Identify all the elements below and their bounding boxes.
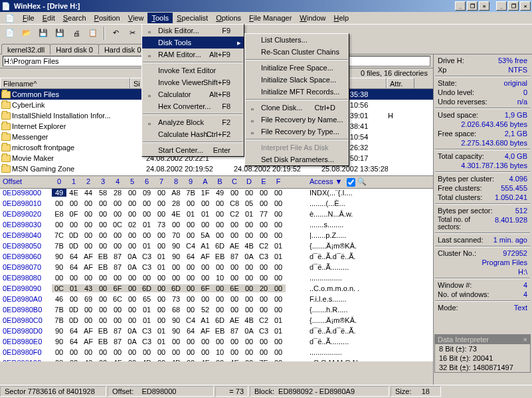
hex-byte[interactable]: 00 — [96, 221, 110, 229]
hex-byte[interactable]: AF — [198, 327, 213, 335]
hex-byte[interactable]: 00 — [110, 316, 125, 324]
tab-1[interactable]: Hard disk 0 — [50, 44, 99, 55]
hex-byte[interactable]: C4 — [183, 316, 198, 324]
mdi-minimize-button[interactable]: _ — [455, 1, 466, 11]
control-icon[interactable]: 📄 — [5, 14, 15, 23]
hex-byte[interactable]: 00 — [110, 210, 125, 218]
hex-byte[interactable]: 00 — [183, 359, 198, 361]
di-close-icon[interactable]: × — [523, 336, 527, 344]
mdi-close-button[interactable]: × — [479, 1, 489, 11]
hex-byte[interactable]: EB — [96, 252, 110, 260]
menu-item[interactable]: ▫ Disk Editor... F9 — [142, 25, 244, 37]
hex-byte[interactable]: EB — [96, 327, 110, 335]
hex-byte[interactable]: A1 — [198, 242, 213, 250]
hex-byte[interactable]: 0F — [66, 210, 81, 218]
hex-byte[interactable]: EB — [96, 263, 110, 271]
undo-button[interactable]: ↶ — [108, 26, 123, 41]
hex-byte[interactable]: 6C — [110, 295, 125, 303]
hex-byte[interactable]: 01 — [271, 242, 286, 250]
hex-byte[interactable]: 00 — [154, 348, 169, 356]
hex-byte[interactable]: 00 — [198, 199, 213, 207]
hex-byte[interactable]: 00 — [125, 199, 139, 207]
hex-byte[interactable]: 00 — [271, 295, 286, 303]
hex-byte[interactable]: 01 — [66, 284, 81, 292]
hex-byte[interactable]: 68 — [169, 306, 183, 314]
hex-byte[interactable]: 00 — [169, 348, 183, 356]
cut-button[interactable]: ✂ — [125, 26, 139, 41]
menu-item[interactable]: Invoke Viewer Shift+F9 — [142, 76, 244, 88]
hex-byte[interactable]: 00 — [256, 348, 271, 356]
hex-byte[interactable]: 00 — [52, 221, 66, 229]
hex-byte[interactable]: 00 — [96, 210, 110, 218]
menu-item[interactable]: Initialize Free Space... — [245, 62, 349, 74]
hex-byte[interactable]: C3 — [256, 327, 271, 335]
hex-byte[interactable]: EB — [213, 252, 227, 260]
hex-byte[interactable]: 00 — [198, 338, 213, 346]
hex-byte[interactable]: 00 — [96, 199, 110, 207]
hex-byte[interactable]: AE — [227, 316, 242, 324]
tab-0[interactable]: kernel32.dll — [1, 44, 50, 55]
hex-byte[interactable]: 00 — [227, 263, 242, 271]
hex-byte[interactable]: 87 — [227, 327, 242, 335]
hex-byte[interactable]: 90 — [52, 338, 66, 346]
menu-tools[interactable]: Tools — [147, 13, 173, 23]
hex-byte[interactable]: 87 — [110, 338, 125, 346]
hex-byte[interactable]: 01 — [154, 338, 169, 346]
hex-byte[interactable]: 0D — [66, 242, 81, 250]
hex-byte[interactable]: 00 — [96, 274, 110, 282]
hex-byte[interactable]: 01 — [271, 316, 286, 324]
hex-row[interactable]: 0ED898050 7B0D00000000010090C4A16DAE4BC2… — [0, 242, 433, 252]
menu-item[interactable]: Initialize MFT Records... — [245, 86, 349, 98]
hex-view[interactable]: 0ED898000 494E445828000900A87B1F49000000… — [0, 189, 433, 361]
hex-byte[interactable]: 65 — [139, 295, 154, 303]
hex-byte[interactable]: 00 — [227, 338, 242, 346]
menu-file-manager[interactable]: File Manager — [245, 13, 296, 23]
hex-byte[interactable]: AF — [81, 263, 96, 271]
hex-byte[interactable]: AF — [81, 252, 96, 260]
hex-byte[interactable]: C8 — [227, 199, 242, 207]
hex-byte[interactable]: 10 — [213, 348, 227, 356]
hex-byte[interactable]: 00 — [213, 221, 227, 229]
print-button[interactable]: 🖨 — [69, 26, 84, 41]
hex-byte[interactable]: 00 — [183, 306, 198, 314]
hex-byte[interactable]: 00 — [52, 348, 66, 356]
hex-byte[interactable]: 00 — [169, 263, 183, 271]
hex-byte[interactable]: 09 — [139, 189, 154, 197]
hex-byte[interactable]: E8 — [52, 210, 66, 218]
close-button[interactable]: × — [520, 1, 531, 11]
hex-byte[interactable]: 28 — [169, 199, 183, 207]
menu-file[interactable]: File — [19, 13, 39, 23]
hex-byte[interactable]: AF — [198, 252, 213, 260]
hex-byte[interactable]: 00 — [227, 274, 242, 282]
hex-byte[interactable]: 00 — [271, 199, 286, 207]
hex-byte[interactable]: 00 — [213, 199, 227, 207]
hex-byte[interactable]: 28 — [110, 189, 125, 197]
hex-byte[interactable]: 00 — [154, 231, 169, 239]
hex-byte[interactable]: 00 — [96, 231, 110, 239]
hex-byte[interactable]: 00 — [96, 242, 110, 250]
hex-byte[interactable]: C2 — [256, 316, 271, 324]
saveas-button[interactable]: 💾 — [52, 26, 67, 41]
hex-byte[interactable]: 00 — [125, 316, 139, 324]
hex-byte[interactable]: 00 — [227, 348, 242, 356]
hex-byte[interactable]: 00 — [81, 242, 96, 250]
hex-byte[interactable]: 90 — [52, 327, 66, 335]
hex-byte[interactable]: 6F — [198, 284, 213, 292]
hex-byte[interactable]: 00 — [183, 338, 198, 346]
hex-byte[interactable]: 90 — [52, 263, 66, 271]
hex-byte[interactable]: 90 — [52, 252, 66, 260]
hex-row[interactable]: 0ED8980B0 7B0D00000000010068005200000000… — [0, 306, 433, 316]
hex-byte[interactable]: 00 — [198, 263, 213, 271]
hex-byte[interactable]: 00 — [81, 221, 96, 229]
hex-byte[interactable]: 00 — [169, 274, 183, 282]
hex-byte[interactable]: 00 — [271, 284, 286, 292]
hex-byte[interactable]: 00 — [227, 189, 242, 197]
hex-byte[interactable]: 00 — [169, 338, 183, 346]
col-filename[interactable]: Filename^ — [0, 78, 130, 88]
hex-byte[interactable]: 00 — [81, 210, 96, 218]
hex-byte[interactable]: 00 — [242, 221, 256, 229]
hex-byte[interactable]: 00 — [213, 231, 227, 239]
hex-row[interactable]: 0ED898020 E80F0000000000004E010100C20177… — [0, 210, 433, 221]
hex-byte[interactable]: 01 — [198, 210, 213, 218]
hex-byte[interactable]: 4E — [169, 210, 183, 218]
